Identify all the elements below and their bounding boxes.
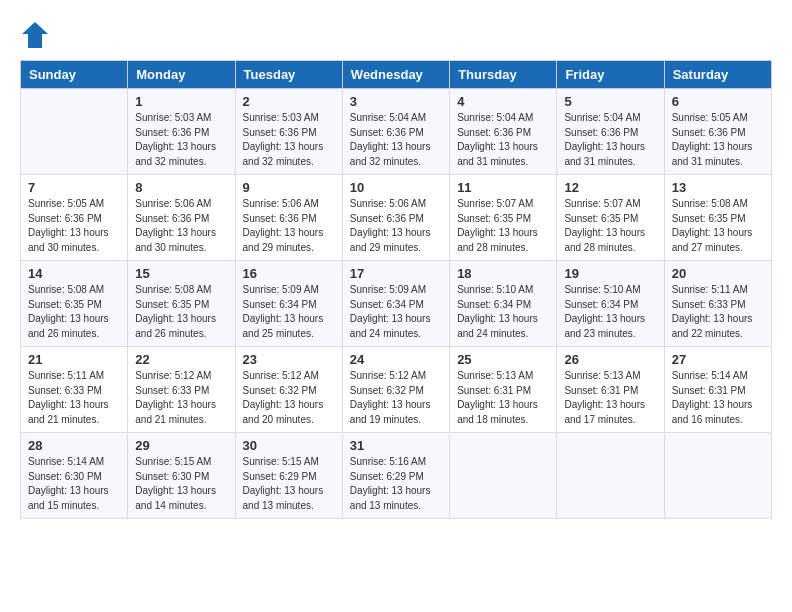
day-number: 16 bbox=[243, 266, 335, 281]
column-header-wednesday: Wednesday bbox=[342, 61, 449, 89]
calendar-cell: 25Sunrise: 5:13 AM Sunset: 6:31 PM Dayli… bbox=[450, 347, 557, 433]
calendar-cell bbox=[21, 89, 128, 175]
column-header-monday: Monday bbox=[128, 61, 235, 89]
day-info: Sunrise: 5:03 AM Sunset: 6:36 PM Dayligh… bbox=[135, 111, 227, 169]
day-info: Sunrise: 5:07 AM Sunset: 6:35 PM Dayligh… bbox=[564, 197, 656, 255]
day-info: Sunrise: 5:13 AM Sunset: 6:31 PM Dayligh… bbox=[564, 369, 656, 427]
day-number: 29 bbox=[135, 438, 227, 453]
day-number: 17 bbox=[350, 266, 442, 281]
calendar-cell: 27Sunrise: 5:14 AM Sunset: 6:31 PM Dayli… bbox=[664, 347, 771, 433]
calendar-cell: 15Sunrise: 5:08 AM Sunset: 6:35 PM Dayli… bbox=[128, 261, 235, 347]
svg-marker-0 bbox=[22, 22, 48, 48]
day-number: 28 bbox=[28, 438, 120, 453]
calendar-cell: 7Sunrise: 5:05 AM Sunset: 6:36 PM Daylig… bbox=[21, 175, 128, 261]
column-header-sunday: Sunday bbox=[21, 61, 128, 89]
calendar-cell: 18Sunrise: 5:10 AM Sunset: 6:34 PM Dayli… bbox=[450, 261, 557, 347]
day-info: Sunrise: 5:08 AM Sunset: 6:35 PM Dayligh… bbox=[135, 283, 227, 341]
day-number: 7 bbox=[28, 180, 120, 195]
day-info: Sunrise: 5:06 AM Sunset: 6:36 PM Dayligh… bbox=[350, 197, 442, 255]
column-header-saturday: Saturday bbox=[664, 61, 771, 89]
day-info: Sunrise: 5:12 AM Sunset: 6:32 PM Dayligh… bbox=[243, 369, 335, 427]
calendar-cell: 2Sunrise: 5:03 AM Sunset: 6:36 PM Daylig… bbox=[235, 89, 342, 175]
day-number: 25 bbox=[457, 352, 549, 367]
day-number: 6 bbox=[672, 94, 764, 109]
day-info: Sunrise: 5:04 AM Sunset: 6:36 PM Dayligh… bbox=[457, 111, 549, 169]
day-number: 12 bbox=[564, 180, 656, 195]
calendar-cell: 1Sunrise: 5:03 AM Sunset: 6:36 PM Daylig… bbox=[128, 89, 235, 175]
day-info: Sunrise: 5:10 AM Sunset: 6:34 PM Dayligh… bbox=[457, 283, 549, 341]
day-info: Sunrise: 5:04 AM Sunset: 6:36 PM Dayligh… bbox=[350, 111, 442, 169]
day-number: 9 bbox=[243, 180, 335, 195]
day-info: Sunrise: 5:14 AM Sunset: 6:31 PM Dayligh… bbox=[672, 369, 764, 427]
calendar-cell bbox=[450, 433, 557, 519]
day-info: Sunrise: 5:08 AM Sunset: 6:35 PM Dayligh… bbox=[28, 283, 120, 341]
day-info: Sunrise: 5:15 AM Sunset: 6:29 PM Dayligh… bbox=[243, 455, 335, 513]
calendar-cell: 5Sunrise: 5:04 AM Sunset: 6:36 PM Daylig… bbox=[557, 89, 664, 175]
calendar-cell: 26Sunrise: 5:13 AM Sunset: 6:31 PM Dayli… bbox=[557, 347, 664, 433]
day-info: Sunrise: 5:10 AM Sunset: 6:34 PM Dayligh… bbox=[564, 283, 656, 341]
day-info: Sunrise: 5:06 AM Sunset: 6:36 PM Dayligh… bbox=[135, 197, 227, 255]
day-number: 18 bbox=[457, 266, 549, 281]
calendar-cell bbox=[664, 433, 771, 519]
calendar-cell: 16Sunrise: 5:09 AM Sunset: 6:34 PM Dayli… bbox=[235, 261, 342, 347]
calendar-cell: 4Sunrise: 5:04 AM Sunset: 6:36 PM Daylig… bbox=[450, 89, 557, 175]
day-info: Sunrise: 5:05 AM Sunset: 6:36 PM Dayligh… bbox=[28, 197, 120, 255]
day-info: Sunrise: 5:11 AM Sunset: 6:33 PM Dayligh… bbox=[672, 283, 764, 341]
column-header-friday: Friday bbox=[557, 61, 664, 89]
calendar-cell: 9Sunrise: 5:06 AM Sunset: 6:36 PM Daylig… bbox=[235, 175, 342, 261]
day-info: Sunrise: 5:07 AM Sunset: 6:35 PM Dayligh… bbox=[457, 197, 549, 255]
day-number: 3 bbox=[350, 94, 442, 109]
day-info: Sunrise: 5:06 AM Sunset: 6:36 PM Dayligh… bbox=[243, 197, 335, 255]
day-info: Sunrise: 5:03 AM Sunset: 6:36 PM Dayligh… bbox=[243, 111, 335, 169]
calendar-cell: 17Sunrise: 5:09 AM Sunset: 6:34 PM Dayli… bbox=[342, 261, 449, 347]
column-header-tuesday: Tuesday bbox=[235, 61, 342, 89]
day-number: 22 bbox=[135, 352, 227, 367]
calendar-cell: 20Sunrise: 5:11 AM Sunset: 6:33 PM Dayli… bbox=[664, 261, 771, 347]
calendar-cell: 8Sunrise: 5:06 AM Sunset: 6:36 PM Daylig… bbox=[128, 175, 235, 261]
day-number: 23 bbox=[243, 352, 335, 367]
calendar-cell: 31Sunrise: 5:16 AM Sunset: 6:29 PM Dayli… bbox=[342, 433, 449, 519]
calendar-cell: 14Sunrise: 5:08 AM Sunset: 6:35 PM Dayli… bbox=[21, 261, 128, 347]
day-number: 20 bbox=[672, 266, 764, 281]
calendar-cell bbox=[557, 433, 664, 519]
day-info: Sunrise: 5:05 AM Sunset: 6:36 PM Dayligh… bbox=[672, 111, 764, 169]
calendar-cell: 19Sunrise: 5:10 AM Sunset: 6:34 PM Dayli… bbox=[557, 261, 664, 347]
calendar-cell: 13Sunrise: 5:08 AM Sunset: 6:35 PM Dayli… bbox=[664, 175, 771, 261]
calendar-cell: 3Sunrise: 5:04 AM Sunset: 6:36 PM Daylig… bbox=[342, 89, 449, 175]
day-info: Sunrise: 5:16 AM Sunset: 6:29 PM Dayligh… bbox=[350, 455, 442, 513]
calendar-cell: 6Sunrise: 5:05 AM Sunset: 6:36 PM Daylig… bbox=[664, 89, 771, 175]
day-info: Sunrise: 5:09 AM Sunset: 6:34 PM Dayligh… bbox=[243, 283, 335, 341]
day-info: Sunrise: 5:08 AM Sunset: 6:35 PM Dayligh… bbox=[672, 197, 764, 255]
day-number: 5 bbox=[564, 94, 656, 109]
day-info: Sunrise: 5:14 AM Sunset: 6:30 PM Dayligh… bbox=[28, 455, 120, 513]
day-info: Sunrise: 5:12 AM Sunset: 6:32 PM Dayligh… bbox=[350, 369, 442, 427]
calendar-cell: 24Sunrise: 5:12 AM Sunset: 6:32 PM Dayli… bbox=[342, 347, 449, 433]
calendar-cell: 22Sunrise: 5:12 AM Sunset: 6:33 PM Dayli… bbox=[128, 347, 235, 433]
day-info: Sunrise: 5:04 AM Sunset: 6:36 PM Dayligh… bbox=[564, 111, 656, 169]
calendar-cell: 12Sunrise: 5:07 AM Sunset: 6:35 PM Dayli… bbox=[557, 175, 664, 261]
column-header-thursday: Thursday bbox=[450, 61, 557, 89]
day-number: 15 bbox=[135, 266, 227, 281]
day-number: 11 bbox=[457, 180, 549, 195]
day-number: 21 bbox=[28, 352, 120, 367]
day-number: 27 bbox=[672, 352, 764, 367]
day-number: 2 bbox=[243, 94, 335, 109]
day-number: 10 bbox=[350, 180, 442, 195]
calendar-cell: 10Sunrise: 5:06 AM Sunset: 6:36 PM Dayli… bbox=[342, 175, 449, 261]
calendar-cell: 11Sunrise: 5:07 AM Sunset: 6:35 PM Dayli… bbox=[450, 175, 557, 261]
day-number: 8 bbox=[135, 180, 227, 195]
day-info: Sunrise: 5:09 AM Sunset: 6:34 PM Dayligh… bbox=[350, 283, 442, 341]
day-number: 1 bbox=[135, 94, 227, 109]
day-number: 14 bbox=[28, 266, 120, 281]
day-number: 24 bbox=[350, 352, 442, 367]
day-number: 4 bbox=[457, 94, 549, 109]
calendar-table: SundayMondayTuesdayWednesdayThursdayFrid… bbox=[20, 60, 772, 519]
day-number: 26 bbox=[564, 352, 656, 367]
day-number: 13 bbox=[672, 180, 764, 195]
calendar-cell: 21Sunrise: 5:11 AM Sunset: 6:33 PM Dayli… bbox=[21, 347, 128, 433]
day-number: 30 bbox=[243, 438, 335, 453]
day-number: 31 bbox=[350, 438, 442, 453]
calendar-cell: 23Sunrise: 5:12 AM Sunset: 6:32 PM Dayli… bbox=[235, 347, 342, 433]
day-info: Sunrise: 5:15 AM Sunset: 6:30 PM Dayligh… bbox=[135, 455, 227, 513]
calendar-cell: 28Sunrise: 5:14 AM Sunset: 6:30 PM Dayli… bbox=[21, 433, 128, 519]
